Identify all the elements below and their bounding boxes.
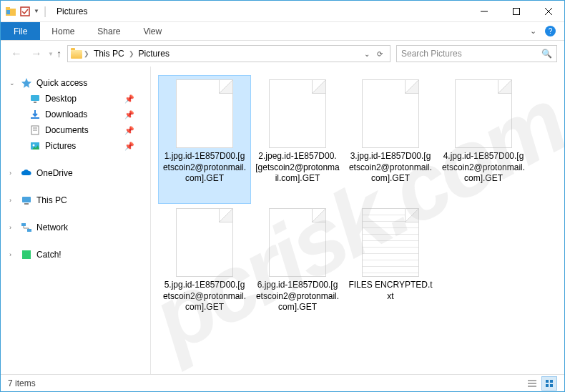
sidebar-item-label: Pictures xyxy=(45,141,76,151)
svg-rect-26 xyxy=(546,384,549,387)
navigation-pane: ⌄ Quick access Desktop📌Downloads📌Documen… xyxy=(1,67,151,374)
file-name: FILES ENCRYPTED.txt xyxy=(348,280,433,302)
properties-icon[interactable] xyxy=(19,6,31,17)
pin-icon: 📌 xyxy=(124,110,143,119)
file-item[interactable]: 4.jpg.id-1E857D00.[getscoin2@protonmail.… xyxy=(437,75,530,204)
sidebar-item-desktop[interactable]: Desktop📌 xyxy=(1,91,150,107)
help-icon[interactable]: ? xyxy=(545,26,556,36)
sidebar-item-label: Downloads xyxy=(45,109,87,119)
folder-icon xyxy=(29,140,41,152)
qat-dropdown-icon[interactable]: ▼ xyxy=(34,8,39,14)
sidebar-item-label: Network xyxy=(36,222,68,232)
sidebar-item-label: Quick access xyxy=(36,78,87,88)
refresh-icon[interactable]: ⟳ xyxy=(377,50,383,58)
maximize-button[interactable] xyxy=(500,1,532,21)
file-item[interactable]: 1.jpg.id-1E857D00.[getscoin2@protonmail.… xyxy=(158,75,251,204)
cloud-icon xyxy=(21,167,32,179)
sidebar-onedrive[interactable]: › OneDrive xyxy=(1,165,150,181)
sidebar-item-pictures[interactable]: Pictures📌 xyxy=(1,138,150,154)
collapse-icon[interactable]: ⌄ xyxy=(9,79,16,87)
crumb-thispc[interactable]: This PC xyxy=(91,49,127,59)
pin-icon: 📌 xyxy=(124,126,143,135)
item-count: 7 items xyxy=(8,378,36,388)
minimize-button[interactable] xyxy=(468,1,500,21)
svg-rect-2 xyxy=(6,10,10,14)
view-switcher xyxy=(524,376,557,391)
file-name: 3.jpg.id-1E857D00.[getscoin2@protonmail.… xyxy=(348,151,433,185)
svg-rect-3 xyxy=(21,7,29,16)
app-icon xyxy=(21,249,32,260)
history-dropdown-icon[interactable]: ▼ xyxy=(48,51,54,57)
address-dropdown-icon[interactable]: ⌄ xyxy=(364,50,370,58)
up-button[interactable]: ↑ xyxy=(56,48,62,59)
file-icon xyxy=(362,208,419,277)
file-item[interactable]: 5.jpg.id-1E857D00.[getscoin2@protonmail.… xyxy=(158,204,251,333)
separator: | xyxy=(42,5,48,18)
pin-icon: 📌 xyxy=(124,94,143,104)
close-button[interactable] xyxy=(532,1,564,21)
sidebar-item-label: Catch! xyxy=(36,250,62,260)
svg-rect-8 xyxy=(31,95,39,101)
sidebar-network[interactable]: › Network xyxy=(1,220,150,235)
file-name: 5.jpg.id-1E857D00.[getscoin2@protonmail.… xyxy=(162,280,247,313)
folder-icon xyxy=(29,109,41,120)
tab-view[interactable]: View xyxy=(132,22,173,40)
expand-icon[interactable]: › xyxy=(9,170,16,177)
file-item[interactable]: 3.jpg.id-1E857D00.[getscoin2@protonmail.… xyxy=(344,75,437,204)
sidebar-catch[interactable]: › Catch! xyxy=(1,247,150,263)
pin-icon: 📌 xyxy=(124,142,143,151)
quick-access-toolbar: ▼ | xyxy=(1,5,52,18)
expand-ribbon-icon[interactable]: ⌄ xyxy=(530,26,536,36)
navbar: ← → ▼ ↑ ❯ This PC ❯ Pictures ⌄ ⟳ Search … xyxy=(1,41,564,67)
svg-point-15 xyxy=(33,144,35,147)
sidebar-quick-access[interactable]: ⌄ Quick access xyxy=(1,75,150,91)
sidebar-thispc[interactable]: › This PC xyxy=(1,192,150,208)
address-bar[interactable]: ❯ This PC ❯ Pictures ⌄ ⟳ xyxy=(67,45,390,62)
statusbar: 7 items xyxy=(1,374,564,391)
svg-rect-17 xyxy=(24,203,29,205)
sidebar-item-documents[interactable]: Documents📌 xyxy=(1,122,150,138)
crumb-folder[interactable]: Pictures xyxy=(136,49,172,59)
window-title: Pictures xyxy=(52,6,87,16)
file-name: 2.jpeg.id-1E857D00.[getscoin2@protonmail… xyxy=(255,151,340,185)
expand-icon[interactable]: › xyxy=(9,224,16,231)
nav-arrows: ← → ▼ ↑ xyxy=(8,46,62,62)
sidebar-item-label: Documents xyxy=(45,125,89,135)
tab-home[interactable]: Home xyxy=(40,22,86,40)
expand-icon[interactable]: › xyxy=(9,251,16,258)
search-placeholder: Search Pictures xyxy=(401,49,541,59)
content-area: ⌄ Quick access Desktop📌Downloads📌Documen… xyxy=(1,67,564,374)
sidebar-item-downloads[interactable]: Downloads📌 xyxy=(1,107,150,122)
svg-rect-25 xyxy=(550,380,553,383)
svg-rect-10 xyxy=(31,117,39,119)
file-icon xyxy=(176,79,233,148)
svg-rect-24 xyxy=(546,380,549,383)
chevron-right-icon[interactable]: ❯ xyxy=(84,50,89,57)
file-list[interactable]: pcrisk.com 1.jpg.id-1E857D00.[getscoin2@… xyxy=(151,67,564,374)
file-icon xyxy=(269,79,326,148)
back-button[interactable]: ← xyxy=(8,46,25,62)
chevron-right-icon[interactable]: ❯ xyxy=(129,50,134,57)
titlebar: ▼ | Pictures xyxy=(1,1,564,22)
expand-icon[interactable]: › xyxy=(9,197,16,204)
file-icon xyxy=(176,208,233,277)
svg-rect-19 xyxy=(27,229,31,232)
file-item[interactable]: FILES ENCRYPTED.txt xyxy=(344,204,437,333)
file-item[interactable]: 6.jpg.id-1E857D00.[getscoin2@protonmail.… xyxy=(251,204,344,333)
file-item[interactable]: 2.jpeg.id-1E857D00.[getscoin2@protonmail… xyxy=(251,75,344,204)
search-icon[interactable]: 🔍 xyxy=(541,49,552,59)
file-icon xyxy=(269,208,326,277)
svg-rect-5 xyxy=(513,8,519,14)
ribbon: File Home Share View ⌄ ? xyxy=(1,22,564,41)
folder-icon xyxy=(29,93,41,104)
icons-view-button[interactable] xyxy=(541,376,557,391)
location-icon xyxy=(71,48,82,59)
window-controls xyxy=(468,1,564,21)
file-tab[interactable]: File xyxy=(1,22,40,40)
svg-rect-1 xyxy=(6,7,10,9)
explorer-window: ▼ | Pictures File Home Share View ⌄ ? ← … xyxy=(0,0,565,392)
details-view-button[interactable] xyxy=(524,376,540,391)
search-box[interactable]: Search Pictures 🔍 xyxy=(396,45,557,62)
tab-share[interactable]: Share xyxy=(86,22,132,40)
file-icon xyxy=(455,79,512,148)
